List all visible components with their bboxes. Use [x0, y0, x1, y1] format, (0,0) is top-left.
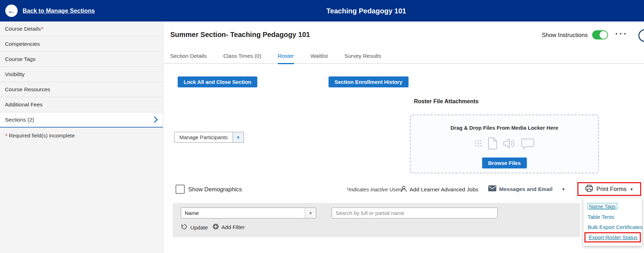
back-arrow-icon: ←	[8, 7, 15, 15]
name-search-input[interactable]	[332, 208, 498, 218]
sidebar-item-sections[interactable]: Sections (2)	[0, 112, 163, 128]
roster-file-attachments-heading: Roster File Attachments	[414, 98, 478, 105]
show-instructions-toggle[interactable]	[592, 30, 608, 39]
print-forms-menu: Name Tags Table Tents Bulk Export Certif…	[583, 198, 642, 246]
help-button[interactable]	[638, 29, 644, 42]
menu-item-label: Name Tags	[588, 203, 617, 210]
add-filter-button[interactable]: Add Filter	[213, 223, 245, 231]
back-to-manage-sections-link[interactable]: Back to Manage Sections	[23, 7, 95, 14]
required-asterisk: *	[41, 26, 43, 32]
section-page-title: Summer Section- Teaching Pedagogy 101	[170, 31, 310, 39]
drag-handle-icon	[474, 139, 482, 149]
annotation-highlight-export-roster-status: Export Roster Status	[584, 232, 641, 242]
manage-participants-button[interactable]: Manage Participants	[174, 132, 233, 143]
course-nav-sidebar: Course Details* Competencies Course Tags…	[0, 21, 163, 253]
add-learner-label: Add Learner Advanced Jobs	[410, 186, 478, 193]
file-icon	[487, 137, 497, 151]
required-note-text: Required field(s) incomplete	[7, 132, 75, 138]
app-window: ← Back to Manage Sections Teaching Pedag…	[0, 0, 644, 253]
menu-item-table-tents[interactable]: Table Tents	[583, 212, 642, 222]
sidebar-item-label: Sections (2)	[5, 117, 34, 123]
add-learner-icon	[400, 185, 407, 194]
chevron-right-icon	[154, 116, 158, 123]
sidebar-item-visibility[interactable]: Visibility	[0, 67, 163, 82]
tab-roster[interactable]: Roster	[278, 53, 294, 64]
add-filter-label: Add Filter	[221, 224, 245, 230]
tab-section-details[interactable]: Section Details	[170, 53, 207, 64]
required-fields-note: * Required field(s) incomplete	[0, 128, 163, 143]
chat-bubble-icon	[521, 138, 535, 151]
menu-item-bulk-export-certificates[interactable]: Bulk Export Certificates	[583, 222, 642, 232]
section-tabs: Section Details Class Times (0) Roster W…	[163, 50, 644, 64]
browse-files-button[interactable]: Browse Files	[482, 158, 527, 168]
update-button[interactable]: Update	[181, 223, 208, 232]
menu-item-name-tags[interactable]: Name Tags	[583, 201, 642, 212]
sidebar-item-label: Visibility	[5, 71, 25, 78]
sidebar-item-label: Course Resources	[5, 86, 50, 93]
refresh-icon	[181, 223, 188, 232]
filter-field-value: Name	[181, 210, 199, 216]
show-demographics-label: Show Demographics	[188, 186, 242, 193]
messages-and-email-label: Messages and Email	[499, 186, 553, 192]
printer-icon	[585, 185, 593, 193]
update-label: Update	[190, 224, 208, 231]
back-button[interactable]: ←	[5, 5, 18, 17]
more-options-icon[interactable]: ···	[615, 29, 628, 39]
plus-circle-icon	[213, 223, 219, 231]
page-title: Teaching Pedagogy 101	[326, 7, 406, 15]
tab-class-times[interactable]: Class Times (0)	[223, 53, 261, 64]
sidebar-item-competencies[interactable]: Competencies	[0, 37, 163, 52]
print-forms-button[interactable]: Print Forms ▼	[578, 183, 640, 195]
add-learner-advanced-jobs-button[interactable]: Add Learner Advanced Jobs	[400, 185, 478, 194]
print-forms-caret-icon: ▼	[630, 187, 633, 191]
manage-participants-control: Manage Participants ▼	[174, 132, 244, 143]
annotation-highlight-print-forms: Print Forms ▼	[577, 182, 641, 196]
print-forms-label: Print Forms	[596, 186, 626, 192]
dropzone-instruction: Drag & Drop Files From Media Locker Here	[411, 125, 598, 131]
messages-and-email-button[interactable]: Messages and Email	[488, 185, 553, 193]
sidebar-item-label: Additional Fees	[5, 101, 43, 108]
sidebar-item-course-details[interactable]: Course Details*	[0, 21, 163, 37]
roster-filter-panel: Name ▾ Update Add Filter	[173, 203, 580, 237]
toggle-knob	[600, 31, 607, 39]
section-enrollment-history-button[interactable]: Section Enrollment History	[329, 76, 409, 87]
sidebar-item-additional-fees[interactable]: Additional Fees	[0, 97, 163, 112]
lock-and-close-section-button[interactable]: Lock All and Close Section	[178, 76, 257, 87]
sidebar-item-label: Course Details	[5, 26, 41, 32]
filter-field-select[interactable]: Name ▾	[181, 208, 316, 218]
file-dropzone[interactable]: Drag & Drop Files From Media Locker Here	[410, 115, 599, 173]
dropzone-icons	[411, 137, 598, 151]
sidebar-item-label: Course Tags	[5, 56, 36, 62]
show-instructions-label: Show Instructions	[542, 32, 588, 38]
tab-survey-results[interactable]: Survey Results	[344, 53, 381, 64]
caret-down-icon: ▼	[236, 135, 240, 140]
sidebar-item-label: Competencies	[5, 41, 40, 47]
select-chevron-icon: ▾	[305, 208, 316, 218]
sidebar-item-course-tags[interactable]: Course Tags	[0, 52, 163, 67]
show-demographics-checkbox[interactable]	[176, 185, 185, 194]
sidebar-item-course-resources[interactable]: Course Resources	[0, 82, 163, 97]
messages-dropdown-caret-icon[interactable]: ▼	[562, 187, 565, 191]
main-content: Summer Section- Teaching Pedagogy 101 Sh…	[163, 21, 644, 253]
envelope-icon	[488, 185, 496, 193]
menu-item-export-roster-status[interactable]: Export Roster Status	[585, 233, 640, 241]
manage-participants-dropdown-toggle[interactable]: ▼	[233, 132, 244, 143]
inactive-users-note: *Indicates Inactive Users	[346, 187, 403, 192]
audio-icon	[503, 138, 515, 150]
tab-waitlist[interactable]: Waitlist	[311, 53, 328, 64]
top-bar: ← Back to Manage Sections Teaching Pedag…	[0, 0, 644, 21]
